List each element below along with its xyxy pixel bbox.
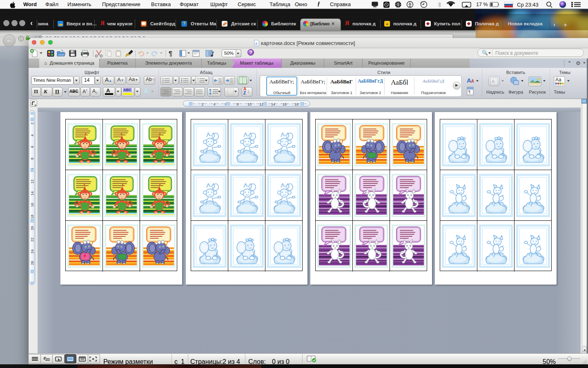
svg-text:¶: ¶ bbox=[169, 50, 172, 57]
svg-text:a: a bbox=[255, 41, 257, 45]
svg-text:¶: ¶ bbox=[468, 90, 470, 94]
svg-text:Aa: Aa bbox=[555, 77, 561, 83]
svg-text:Ср 23:43: Ср 23:43 bbox=[517, 2, 539, 8]
svg-text:A: A bbox=[492, 79, 495, 84]
svg-text:17 %: 17 % bbox=[476, 2, 488, 7]
